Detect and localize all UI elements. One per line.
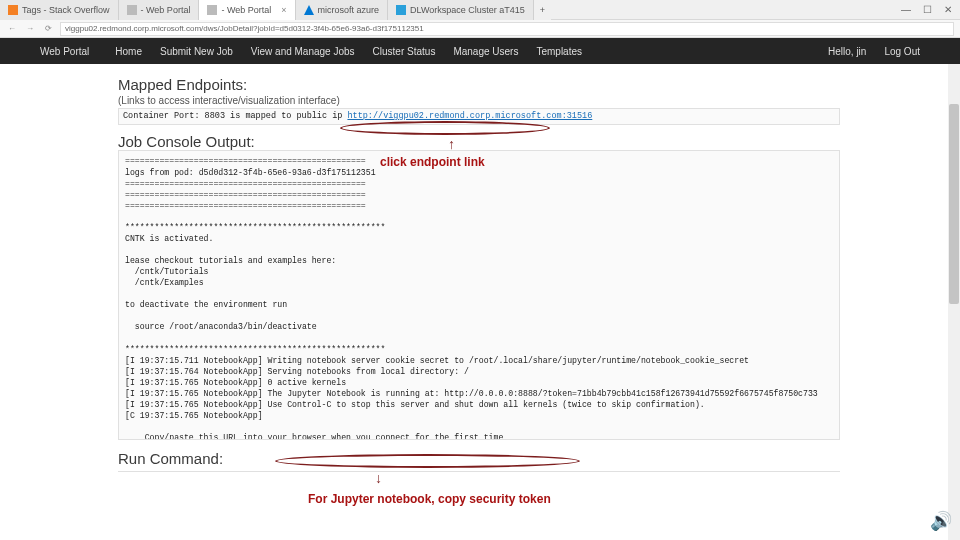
page-icon — [127, 5, 137, 15]
browser-tab[interactable]: DLWorkspace Cluster aT415 — [388, 0, 534, 20]
stackoverflow-icon — [8, 5, 18, 15]
mapped-endpoints-heading: Mapped Endpoints: — [118, 76, 840, 93]
nav-logout[interactable]: Log Out — [884, 46, 920, 57]
back-button[interactable]: ← — [6, 24, 18, 33]
browser-tab[interactable]: Tags - Stack Overflow — [0, 0, 119, 20]
page-icon — [207, 5, 217, 15]
annotation-token-label: For Jupyter notebook, copy security toke… — [308, 492, 551, 506]
annotation-arrow-up-icon: ↑ — [448, 136, 455, 152]
tab-label: DLWorkspace Cluster aT415 — [410, 5, 525, 15]
nav-manage-users[interactable]: Manage Users — [453, 46, 518, 57]
reload-button[interactable]: ⟳ — [42, 24, 54, 33]
cluster-icon — [396, 5, 406, 15]
nav-templates[interactable]: Templates — [536, 46, 582, 57]
address-bar-row: ← → ⟳ — [0, 20, 960, 38]
nav-home[interactable]: Home — [115, 46, 142, 57]
svg-rect-0 — [8, 5, 18, 15]
container-port-text: Container Port: 8803 is mapped to public… — [123, 111, 347, 121]
speaker-icon: 🔊 — [930, 510, 952, 532]
new-tab-button[interactable]: + — [534, 0, 551, 20]
nav-hello-user: Hello, jin — [828, 46, 866, 57]
window-controls: — ☐ ✕ — [901, 4, 960, 15]
window-minimize[interactable]: — — [901, 4, 911, 15]
annotation-oval-token — [275, 454, 580, 468]
window-close[interactable]: ✕ — [944, 4, 952, 15]
window-maximize[interactable]: ☐ — [923, 4, 932, 15]
divider — [118, 471, 840, 472]
nav-view-jobs[interactable]: View and Manage Jobs — [251, 46, 355, 57]
azure-icon — [304, 5, 314, 15]
address-bar[interactable] — [60, 22, 954, 36]
nav-submit-job[interactable]: Submit New Job — [160, 46, 233, 57]
browser-tabstrip: Tags - Stack Overflow - Web Portal - Web… — [0, 0, 960, 20]
svg-rect-4 — [396, 5, 406, 15]
console-output-box: ========================================… — [118, 150, 840, 440]
annotation-arrow-down-icon: ↓ — [375, 470, 382, 486]
close-icon[interactable]: × — [281, 5, 286, 15]
annotation-oval-endpoint — [340, 121, 550, 135]
endpoint-link[interactable]: http://viggpu02.redmond.corp.microsoft.c… — [347, 111, 592, 121]
tab-label: - Web Portal — [221, 5, 271, 15]
browser-tab[interactable]: - Web Portal — [119, 0, 200, 20]
svg-rect-1 — [127, 5, 137, 15]
browser-tab[interactable]: microsoft azure — [296, 0, 389, 20]
browser-tab-active[interactable]: - Web Portal × — [199, 0, 295, 20]
forward-button[interactable]: → — [24, 24, 36, 33]
tab-label: - Web Portal — [141, 5, 191, 15]
svg-rect-2 — [207, 5, 217, 15]
portal-brand[interactable]: Web Portal — [40, 46, 89, 57]
tab-label: Tags - Stack Overflow — [22, 5, 110, 15]
portal-navbar: Web Portal Home Submit New Job View and … — [0, 38, 960, 64]
annotation-endpoint-label: click endpoint link — [380, 155, 485, 169]
console-output-heading: Job Console Output: — [118, 133, 840, 150]
svg-marker-3 — [304, 5, 314, 15]
nav-cluster-status[interactable]: Cluster Status — [373, 46, 436, 57]
mapped-endpoints-subtitle: (Links to access interactive/visualizati… — [118, 95, 840, 106]
tab-label: microsoft azure — [318, 5, 380, 15]
